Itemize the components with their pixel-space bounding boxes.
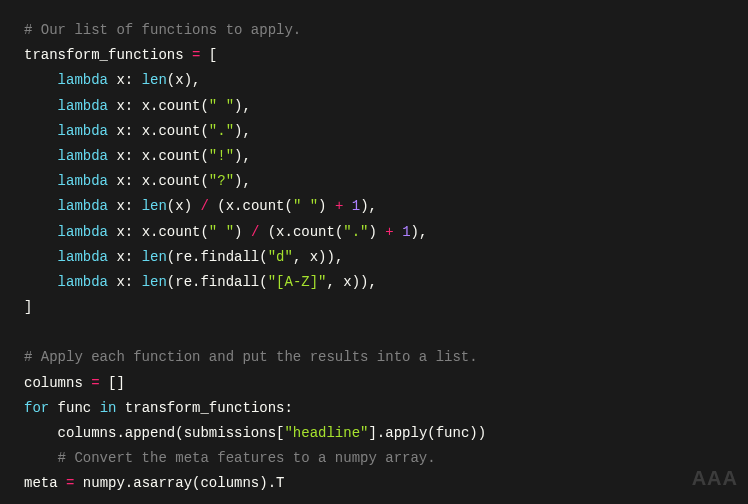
code-line: lambda x: len(x) / (x.count(" ") + 1), [24, 194, 724, 219]
code-line: # Our list of functions to apply. [24, 18, 724, 43]
code-line: # Convert the meta features to a numpy a… [24, 446, 724, 471]
code-block: # Our list of functions to apply.transfo… [0, 0, 748, 504]
code-line: lambda x: x.count(" ") / (x.count(".") +… [24, 220, 724, 245]
code-line: columns = [] [24, 371, 724, 396]
code-line: lambda x: x.count("!"), [24, 144, 724, 169]
code-line: transform_functions = [ [24, 43, 724, 68]
code-line: lambda x: len(re.findall("d", x)), [24, 245, 724, 270]
code-line: columns.append(submissions["headline"].a… [24, 421, 724, 446]
code-line: lambda x: x.count(" "), [24, 94, 724, 119]
watermark: AAA [692, 460, 738, 496]
code-line: lambda x: x.count("."), [24, 119, 724, 144]
code-line [24, 320, 724, 345]
code-line: ] [24, 295, 724, 320]
code-line: lambda x: len(re.findall("[A-Z]", x)), [24, 270, 724, 295]
code-line: meta = numpy.asarray(columns).T [24, 471, 724, 496]
code-line: lambda x: len(x), [24, 68, 724, 93]
code-container: # Our list of functions to apply.transfo… [24, 18, 724, 497]
code-line: lambda x: x.count("?"), [24, 169, 724, 194]
code-line: for func in transform_functions: [24, 396, 724, 421]
code-line: # Apply each function and put the result… [24, 345, 724, 370]
